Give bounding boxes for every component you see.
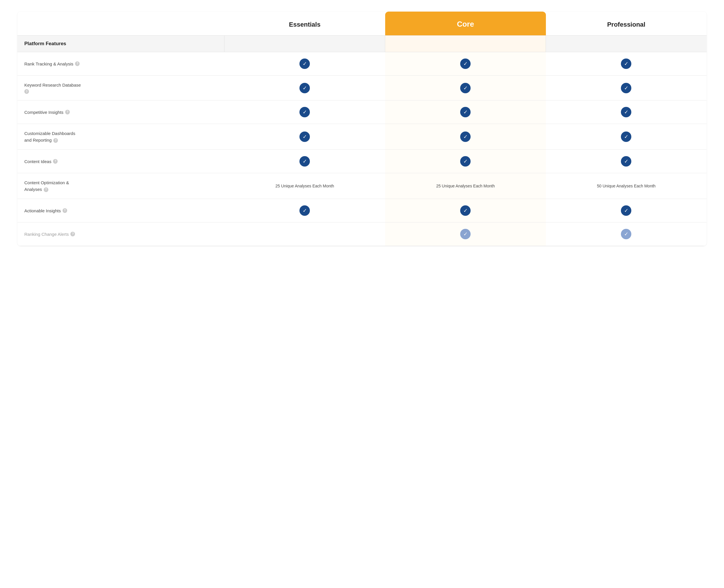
feature-name-text: Customizable Dashboards	[24, 130, 75, 136]
check-icon: ✓	[460, 59, 471, 69]
feature-name: Keyword Research Database ?	[24, 82, 217, 94]
essentials-value: ✓	[225, 124, 385, 150]
core-value: ✓	[385, 101, 546, 124]
core-value: ✓	[385, 223, 546, 246]
section-header-row: Platform Features	[17, 36, 707, 52]
check-icon-light: ✓	[460, 229, 471, 239]
help-icon[interactable]: ?	[65, 110, 70, 114]
feature-row: Customizable Dashboards and Reporting ? …	[17, 124, 707, 150]
essentials-value: ✓	[225, 52, 385, 76]
feature-name-cell: Keyword Research Database ?	[17, 76, 225, 101]
feature-name: Customizable Dashboards and Reporting ?	[24, 130, 217, 143]
check-icon: ✓	[460, 107, 471, 117]
essentials-value: ✓	[225, 101, 385, 124]
check-icon: ✓	[621, 156, 631, 167]
help-icon[interactable]: ?	[70, 232, 75, 236]
check-icon: ✓	[299, 107, 310, 117]
check-icon: ✓	[299, 83, 310, 93]
check-icon: ✓	[621, 83, 631, 93]
check-icon: ✓	[299, 205, 310, 216]
feature-name-cell: Customizable Dashboards and Reporting ?	[17, 124, 225, 150]
header-row: Essentials Core Professional	[17, 12, 707, 36]
check-icon: ✓	[299, 59, 310, 69]
feature-name-text: Content Optimization &	[24, 180, 69, 186]
core-value: 25 Unique Analyses Each Month	[385, 173, 546, 199]
feature-name-cell: Content Optimization & Analyses ?	[17, 173, 225, 199]
feature-name: Competitive Insights ?	[24, 109, 217, 115]
check-icon: ✓	[621, 131, 631, 142]
feature-name-text: and Reporting	[24, 137, 51, 143]
feature-name-text: Rank Tracking & Analysis	[24, 61, 73, 67]
essentials-value: ✓	[225, 150, 385, 173]
feature-name-text: Analyses	[24, 186, 42, 192]
professional-value: 50 Unique Analyses Each Month	[546, 173, 707, 199]
feature-name: Rank Tracking & Analysis ?	[24, 61, 217, 67]
feature-name-text: Actionable Insights	[24, 208, 61, 214]
text-value: 25 Unique Analyses Each Month	[436, 184, 495, 188]
feature-name-cell: Content Ideas ?	[17, 150, 225, 173]
core-value: ✓	[385, 52, 546, 76]
help-icon[interactable]: ?	[24, 89, 29, 94]
feature-row: Competitive Insights ? ✓✓✓	[17, 101, 707, 124]
core-value: ✓	[385, 76, 546, 101]
core-value: ✓	[385, 124, 546, 150]
essentials-value	[225, 223, 385, 246]
check-icon: ✓	[621, 107, 631, 117]
check-icon: ✓	[299, 156, 310, 167]
help-icon[interactable]: ?	[53, 138, 58, 143]
check-icon: ✓	[460, 131, 471, 142]
professional-value: ✓	[546, 76, 707, 101]
help-icon[interactable]: ?	[44, 187, 48, 192]
professional-value: ✓	[546, 199, 707, 223]
feature-name: Actionable Insights ?	[24, 208, 217, 214]
section-essentials-col	[225, 36, 385, 52]
check-icon: ✓	[460, 83, 471, 93]
section-professional-col	[546, 36, 707, 52]
plan-header-professional: Professional	[546, 12, 707, 36]
help-icon[interactable]: ?	[53, 159, 58, 164]
check-icon: ✓	[621, 59, 631, 69]
feature-name-cell: Rank Tracking & Analysis ?	[17, 52, 225, 76]
feature-row: Content Ideas ? ✓✓✓	[17, 150, 707, 173]
plan-header-essentials: Essentials	[225, 12, 385, 36]
check-icon: ✓	[460, 205, 471, 216]
core-value: ✓	[385, 150, 546, 173]
feature-name-cell: Competitive Insights ?	[17, 101, 225, 124]
feature-name-cell: Actionable Insights ?	[17, 199, 225, 223]
check-icon-light: ✓	[621, 229, 631, 239]
feature-name-text: Keyword Research Database	[24, 82, 81, 88]
professional-value: ✓	[546, 150, 707, 173]
check-icon: ✓	[621, 205, 631, 216]
section-label: Platform Features	[17, 36, 225, 52]
empty-header	[17, 12, 225, 36]
essentials-value: ✓	[225, 199, 385, 223]
feature-name: Content Ideas ?	[24, 159, 217, 165]
feature-name: Ranking Change Alerts ?	[24, 231, 217, 237]
essentials-value: 25 Unique Analyses Each Month	[225, 173, 385, 199]
section-core-col	[385, 36, 546, 52]
feature-name-text: Competitive Insights	[24, 109, 63, 115]
core-value: ✓	[385, 199, 546, 223]
feature-row: Keyword Research Database ? ✓✓✓	[17, 76, 707, 101]
professional-value: ✓	[546, 101, 707, 124]
feature-row: Content Optimization & Analyses ? 25 Uni…	[17, 173, 707, 199]
feature-name: Content Optimization & Analyses ?	[24, 180, 217, 192]
plan-header-core: Core	[385, 12, 546, 36]
professional-value: ✓	[546, 223, 707, 246]
professional-value: ✓	[546, 52, 707, 76]
text-value: 50 Unique Analyses Each Month	[597, 184, 655, 188]
feature-row: Rank Tracking & Analysis ? ✓✓✓	[17, 52, 707, 76]
feature-name-text: Content Ideas	[24, 159, 51, 165]
feature-name-cell: Ranking Change Alerts ?	[17, 223, 225, 246]
comparison-table: Essentials Core Professional Platform Fe…	[17, 12, 707, 246]
help-icon[interactable]: ?	[63, 208, 67, 213]
feature-row: Actionable Insights ? ✓✓✓	[17, 199, 707, 223]
professional-value: ✓	[546, 124, 707, 150]
feature-name-text: Ranking Change Alerts	[24, 231, 69, 237]
feature-row: Ranking Change Alerts ? ✓✓	[17, 223, 707, 246]
check-icon: ✓	[299, 131, 310, 142]
essentials-value: ✓	[225, 76, 385, 101]
check-icon: ✓	[460, 156, 471, 167]
text-value: 25 Unique Analyses Each Month	[275, 184, 334, 188]
help-icon[interactable]: ?	[75, 61, 80, 66]
